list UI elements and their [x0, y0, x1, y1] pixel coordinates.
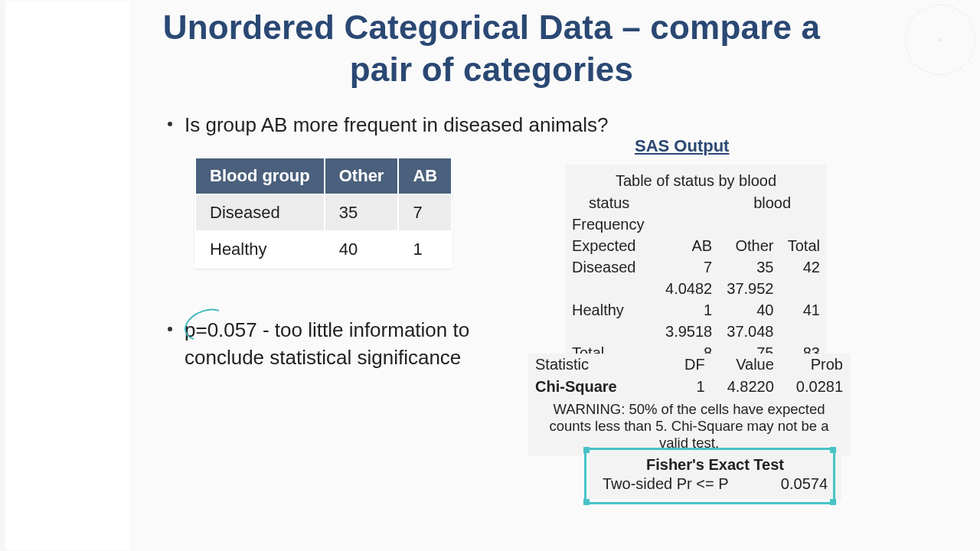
- chi-prob: 0.0281: [782, 376, 851, 398]
- slide-title: Unordered Categorical Data – compare a p…: [49, 0, 934, 90]
- cell-label: Diseased: [195, 194, 325, 231]
- bullet-1-text: Is group AB more frequent in diseased an…: [185, 111, 609, 139]
- title-line-1: Unordered Categorical Data – compare a: [163, 8, 821, 46]
- chi-df: 1: [673, 376, 713, 398]
- sas-healthy-other: 40: [718, 299, 779, 321]
- cell-label: Healthy: [195, 231, 325, 268]
- sas-healthy-ab: 1: [657, 299, 718, 321]
- left-margin: [3, 0, 129, 551]
- bullet-dot-icon: [168, 122, 172, 126]
- chi-h-stat: Statistic: [528, 354, 673, 376]
- sas-row-exp: Expected: [566, 235, 657, 256]
- th-ab: AB: [398, 158, 452, 194]
- title-line-2: pair of categories: [350, 51, 633, 88]
- sas-healthy-exp-other: 37.048: [718, 321, 779, 342]
- sas-table: status blood Frequency Expected AB Other…: [566, 192, 826, 364]
- blood-table: Blood group Other AB Diseased 35 7 Healt…: [194, 157, 452, 269]
- sas-output-heading: SAS Output: [635, 136, 729, 156]
- sas-row-freq: Frequency: [566, 214, 657, 235]
- table-row: Healthy 40 1: [195, 231, 452, 268]
- sas-col-ab: AB: [657, 235, 718, 256]
- sas-diseased-other: 35: [718, 256, 779, 278]
- chi-square-block: Statistic DF Value Prob Chi-Square 1 4.8…: [528, 354, 851, 456]
- table-row: Diseased 35 7: [195, 194, 452, 231]
- slide: ✦ Unordered Categorical Data – compare a…: [0, 0, 980, 551]
- sas-diseased-ab: 7: [657, 256, 718, 278]
- cell-ab: 7: [398, 194, 452, 231]
- sas-diseased-exp-ab: 4.0482: [657, 278, 718, 299]
- chi-h-df: DF: [673, 354, 713, 376]
- chi-h-prob: Prob: [782, 354, 851, 376]
- sas-col-blood: blood: [718, 192, 826, 214]
- sas-diseased-label: Diseased: [566, 256, 657, 278]
- bullet-2-text: p=0.057 - too little information to conc…: [185, 316, 550, 372]
- chi-warning: WARNING: 50% of the cells have expected …: [528, 398, 851, 456]
- chi-val: 4.8220: [713, 376, 782, 398]
- sas-col-status: status: [566, 192, 657, 214]
- th-other: Other: [325, 158, 399, 194]
- fisher-block: Fisher's Exact Test Two-sided Pr <= P 0.…: [589, 452, 841, 499]
- cell-ab: 1: [398, 231, 452, 268]
- sas-col-total: Total: [779, 235, 826, 256]
- sas-healthy-total: 41: [779, 299, 826, 321]
- fisher-title: Fisher's Exact Test: [596, 456, 834, 474]
- bullet-dot-icon: [168, 327, 172, 331]
- bullet-1: Is group AB more frequent in diseased an…: [168, 111, 850, 139]
- sas-caption: Table of status by blood: [566, 169, 826, 192]
- sas-contingency-table: Table of status by blood status blood Fr…: [566, 165, 826, 368]
- cell-other: 40: [325, 231, 399, 268]
- sas-diseased-exp-other: 37.952: [718, 278, 779, 299]
- th-blood-group: Blood group: [195, 158, 325, 194]
- sas-col-other: Other: [718, 235, 779, 256]
- fisher-label: Two-sided Pr <= P: [603, 475, 729, 493]
- fisher-value: 0.0574: [781, 475, 828, 493]
- cell-other: 35: [325, 194, 399, 231]
- sas-healthy-label: Healthy: [566, 299, 657, 321]
- chi-name: Chi-Square: [528, 376, 673, 398]
- chi-h-val: Value: [713, 354, 782, 376]
- sas-healthy-exp-ab: 3.9518: [657, 321, 718, 342]
- university-crest-icon: ✦: [905, 5, 975, 75]
- sas-diseased-total: 42: [779, 256, 826, 278]
- bullet-2: p=0.057 - too little information to conc…: [168, 316, 550, 372]
